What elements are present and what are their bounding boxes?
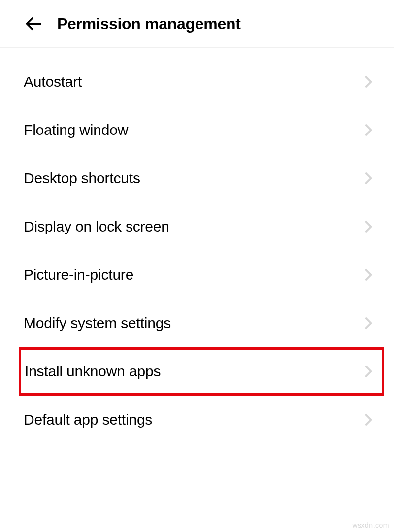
list-item-label: Desktop shortcuts <box>24 170 140 187</box>
list-item-install-unknown-apps[interactable]: Install unknown apps <box>19 347 384 396</box>
list-item-floating-window[interactable]: Floating window <box>0 106 394 154</box>
list-item-label: Autostart <box>24 73 82 90</box>
chevron-right-icon <box>363 266 373 283</box>
watermark: wsxdn.com <box>352 521 389 529</box>
list-item-label: Picture-in-picture <box>24 266 133 283</box>
chevron-right-icon <box>363 122 373 138</box>
back-icon[interactable] <box>24 14 43 33</box>
list-item-label: Floating window <box>24 122 128 138</box>
list-item-picture-in-picture[interactable]: Picture-in-picture <box>0 251 394 299</box>
list-item-label: Display on lock screen <box>24 218 169 235</box>
chevron-right-icon <box>363 363 373 380</box>
list-item-label: Default app settings <box>24 411 152 428</box>
chevron-right-icon <box>363 315 373 332</box>
chevron-right-icon <box>363 218 373 235</box>
list-item-default-app-settings[interactable]: Default app settings <box>0 396 394 444</box>
list-item-label: Install unknown apps <box>25 363 161 380</box>
chevron-right-icon <box>363 411 373 428</box>
list-item-autostart[interactable]: Autostart <box>0 58 394 106</box>
settings-list: Autostart Floating window Desktop shortc… <box>0 48 394 444</box>
chevron-right-icon <box>363 73 373 90</box>
list-item-desktop-shortcuts[interactable]: Desktop shortcuts <box>0 154 394 202</box>
page-title: Permission management <box>57 15 241 33</box>
list-item-display-on-lock-screen[interactable]: Display on lock screen <box>0 202 394 251</box>
chevron-right-icon <box>363 170 373 187</box>
header: Permission management <box>0 0 394 47</box>
list-item-label: Modify system settings <box>24 315 171 332</box>
list-item-modify-system-settings[interactable]: Modify system settings <box>0 299 394 347</box>
